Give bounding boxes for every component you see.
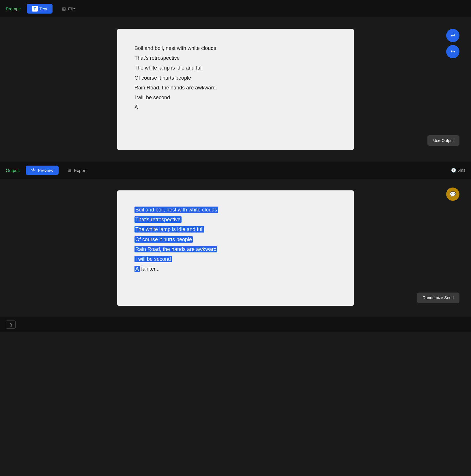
- output-line-4: Of course it hurts people: [134, 235, 337, 244]
- chat-icon: 💬: [450, 191, 456, 197]
- output-label: Output:: [6, 168, 20, 173]
- input-content-area: Boil and boil, nest with white clouds Th…: [0, 17, 471, 162]
- highlighted-text-3: The white lamp is idle and full: [134, 226, 204, 233]
- redo-button[interactable]: ↪: [446, 45, 459, 58]
- side-action-buttons: ↩ ↪: [446, 29, 459, 58]
- code-icon-button[interactable]: {}: [6, 321, 16, 329]
- output-content-area: Boil and boil, nest with white clouds Th…: [0, 179, 471, 317]
- input-line-4: Of course it hurts people: [134, 73, 337, 83]
- input-line-2: That's retrospective: [134, 53, 337, 63]
- input-line-1: Boil and boil, nest with white clouds: [134, 43, 337, 53]
- output-line-7: A fainter...: [134, 264, 337, 274]
- export-tab-button[interactable]: ▦ Export: [62, 166, 92, 175]
- text-tab-button[interactable]: T Text: [27, 4, 53, 14]
- use-output-button[interactable]: Use Output: [427, 135, 459, 146]
- chat-feedback-button[interactable]: 💬: [446, 188, 459, 201]
- highlighted-text-5: Rain Road, the hands are awkward: [134, 246, 217, 252]
- file-tab-label: File: [68, 6, 75, 11]
- highlighted-text-1: Boil and boil, nest with white clouds: [134, 207, 218, 213]
- time-badge: 🕐 5ms: [451, 168, 465, 173]
- file-icon: ▦: [61, 6, 66, 11]
- text-icon: T: [32, 6, 38, 12]
- output-line-2: That's retrospective: [134, 215, 337, 224]
- prompt-label: Prompt:: [6, 6, 21, 11]
- file-tab-button[interactable]: ▦ File: [56, 4, 80, 13]
- preview-tab-label: Preview: [38, 168, 53, 173]
- output-line-3: The white lamp is idle and full: [134, 224, 337, 234]
- input-line-5: Rain Road, the hands are awkward: [134, 83, 337, 93]
- randomize-seed-button[interactable]: Randomize Seed: [417, 293, 459, 303]
- clock-icon: 🕐: [451, 168, 456, 173]
- bottom-bar: {}: [0, 317, 471, 332]
- highlighted-text-2: That's retrospective: [134, 216, 182, 223]
- text-tab-label: Text: [40, 6, 48, 11]
- preview-tab-button[interactable]: 👁 Preview: [26, 166, 58, 175]
- undo-icon: ↩: [451, 32, 455, 39]
- input-text-panel: Boil and boil, nest with white clouds Th…: [117, 29, 354, 150]
- input-line-6: I will be second: [134, 93, 337, 102]
- output-bar: Output: 👁 Preview ▦ Export 🕐 5ms: [0, 162, 471, 179]
- output-text-panel: Boil and boil, nest with white clouds Th…: [117, 190, 354, 306]
- export-icon: ▦: [67, 168, 72, 173]
- output-line-6: I will be second: [134, 254, 337, 264]
- partial-highlighted-a: A: [134, 266, 140, 272]
- prompt-bar: Prompt: T Text ▦ File: [0, 0, 471, 17]
- redo-icon: ↪: [451, 48, 455, 55]
- output-line-1: Boil and boil, nest with white clouds: [134, 205, 337, 215]
- highlighted-text-6: I will be second: [134, 256, 172, 262]
- time-value: 5ms: [458, 168, 465, 173]
- input-line-7: A: [134, 102, 337, 112]
- export-tab-label: Export: [74, 168, 87, 173]
- input-line-3: The white lamp is idle and full: [134, 63, 337, 73]
- undo-button[interactable]: ↩: [446, 29, 459, 42]
- highlighted-text-4: Of course it hurts people: [134, 236, 193, 243]
- preview-icon: 👁: [31, 168, 36, 173]
- output-line-5: Rain Road, the hands are awkward: [134, 244, 337, 254]
- partial-rest: fainter...: [140, 266, 160, 272]
